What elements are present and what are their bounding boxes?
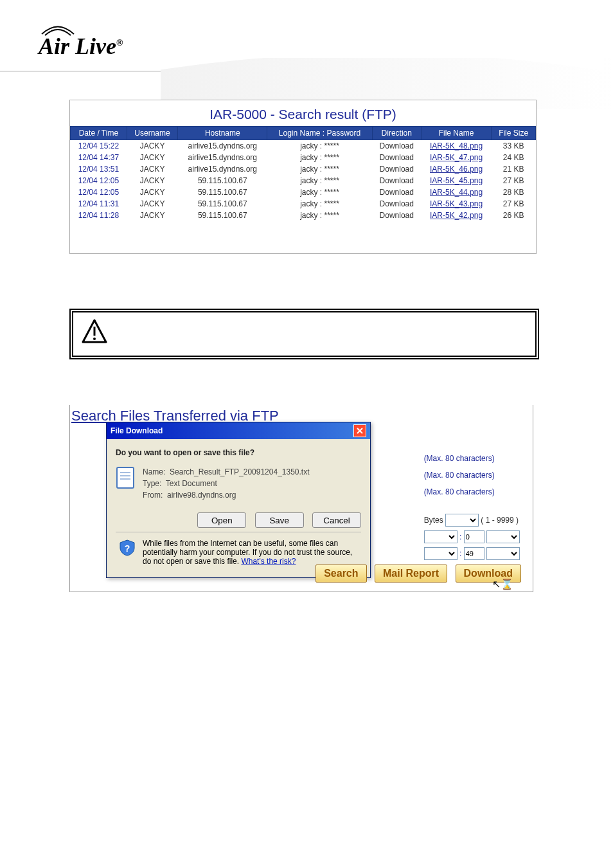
dialog-titlebar: File Download [107,422,370,439]
cell-file: IAR-5K_44.png [421,186,491,198]
cell-date: 12/04 15:22 [71,140,127,152]
cursor-icon: ↖⌛ [492,578,513,590]
table-row: 12/04 11:31JACKY59.115.100.67jacky : ***… [71,198,536,210]
search-section: Search Files Transferred via FTP File Do… [69,405,533,592]
table-title: IAR-5000 - Search result (FTP) [70,100,536,126]
table-row: 12/04 14:37JACKYairlive15.dyndns.orgjack… [71,152,536,163]
max-chars-2: (Max. 80 characters) [424,467,520,484]
shield-icon: ? [118,539,136,557]
cancel-button[interactable]: Cancel [312,512,361,528]
table-header: Date / Time [71,127,127,140]
cell-host: airlive15.dyndns.org [178,152,267,163]
cell-host: 59.115.100.67 [178,186,267,198]
file-link[interactable]: IAR-5K_46.png [430,165,483,174]
table-row: 12/04 12:05JACKY59.115.100.67jacky : ***… [71,186,536,198]
file-link[interactable]: IAR-5K_47.png [430,153,483,162]
table-header: File Size [492,127,536,140]
max-chars-3: (Max. 80 characters) [424,484,520,500]
cell-user: JACKY [127,186,178,198]
cell-date: 12/04 11:31 [71,198,127,210]
cell-login: jacky : ***** [267,152,372,163]
file-link[interactable]: IAR-5K_43.png [430,199,483,208]
file-link[interactable]: IAR-5K_45.png [430,176,483,185]
ftp-results-panel: IAR-5000 - Search result (FTP) Date / Ti… [69,100,537,254]
minute-input-1[interactable] [464,530,484,543]
file-link[interactable]: IAR-5K_48.png [430,141,483,150]
dialog-question: Do you want to open or save this file? [116,448,361,457]
cell-dir: Download [372,198,421,210]
bytes-select[interactable] [445,514,479,527]
svg-point-2 [93,338,96,340]
cell-host: 59.115.100.67 [178,175,267,186]
table-row: 12/04 12:05JACKY59.115.100.67jacky : ***… [71,175,536,186]
cell-size: 27 KB [492,175,536,186]
cell-user: JACKY [127,163,178,175]
cell-file: IAR-5K_47.png [421,152,491,163]
cell-dir: Download [372,175,421,186]
range-hint: ( 1 - 9999 ) [481,516,519,525]
cell-size: 27 KB [492,198,536,210]
cell-size: 26 KB [492,210,536,221]
max-chars-1: (Max. 80 characters) [424,450,520,467]
mail-report-button[interactable]: Mail Report [375,565,447,583]
cell-host: airlive15.dyndns.org [178,140,267,152]
cell-dir: Download [372,152,421,163]
cell-user: JACKY [127,175,178,186]
save-button[interactable]: Save [255,512,304,528]
cell-file: IAR-5K_48.png [421,140,491,152]
cell-user: JACKY [127,210,178,221]
cell-file: IAR-5K_42.png [421,210,491,221]
ftp-results-table: Date / TimeUsernameHostnameLogin Name : … [70,126,536,221]
cell-login: jacky : ***** [267,175,372,186]
cell-size: 21 KB [492,163,536,175]
header-swoosh [154,48,604,93]
warning-icon [81,318,108,350]
table-row: 12/04 11:28JACKY59.115.100.67jacky : ***… [71,210,536,221]
notice-box [69,309,539,359]
cell-dir: Download [372,186,421,198]
minute-input-2[interactable] [464,547,484,560]
cell-host: 59.115.100.67 [178,210,267,221]
hour-select-2[interactable] [424,547,458,560]
cell-user: JACKY [127,152,178,163]
svg-text:?: ? [125,543,130,554]
document-icon [116,466,135,489]
whats-the-risk-link[interactable]: What's the risk? [241,557,296,566]
cell-size: 33 KB [492,140,536,152]
cell-date: 12/04 12:05 [71,175,127,186]
cell-file: IAR-5K_46.png [421,163,491,175]
table-row: 12/04 13:51JACKYairlive15.dyndns.orgjack… [71,163,536,175]
cell-dir: Download [372,163,421,175]
cell-login: jacky : ***** [267,140,372,152]
file-link[interactable]: IAR-5K_44.png [430,188,483,197]
dialog-warning-text: While files from the Internet can be use… [143,539,359,566]
cell-host: airlive15.dyndns.org [178,163,267,175]
file-download-dialog: File Download Do you want to open or sav… [106,422,371,578]
table-header: Hostname [178,127,267,140]
cell-date: 12/04 13:51 [71,163,127,175]
file-link[interactable]: IAR-5K_42.png [430,211,483,220]
hour-select[interactable] [424,530,458,543]
cell-dir: Download [372,140,421,152]
brand-logo: Air Live® [39,23,123,60]
cell-host: 59.115.100.67 [178,198,267,210]
table-header: Direction [372,127,421,140]
cell-date: 12/04 11:28 [71,210,127,221]
ampm-select-1[interactable] [486,530,520,543]
cell-login: jacky : ***** [267,186,372,198]
close-icon[interactable] [353,424,366,437]
cell-user: JACKY [127,198,178,210]
bytes-label: Bytes [424,516,443,525]
table-header: Username [127,127,178,140]
open-button[interactable]: Open [197,512,246,528]
ampm-select-2[interactable] [486,547,520,560]
cell-login: jacky : ***** [267,210,372,221]
table-header: File Name [421,127,491,140]
cell-login: jacky : ***** [267,163,372,175]
cell-date: 12/04 12:05 [71,186,127,198]
cell-user: JACKY [127,140,178,152]
cell-size: 24 KB [492,152,536,163]
cell-dir: Download [372,210,421,221]
cell-login: jacky : ***** [267,198,372,210]
search-button[interactable]: Search [315,565,366,583]
